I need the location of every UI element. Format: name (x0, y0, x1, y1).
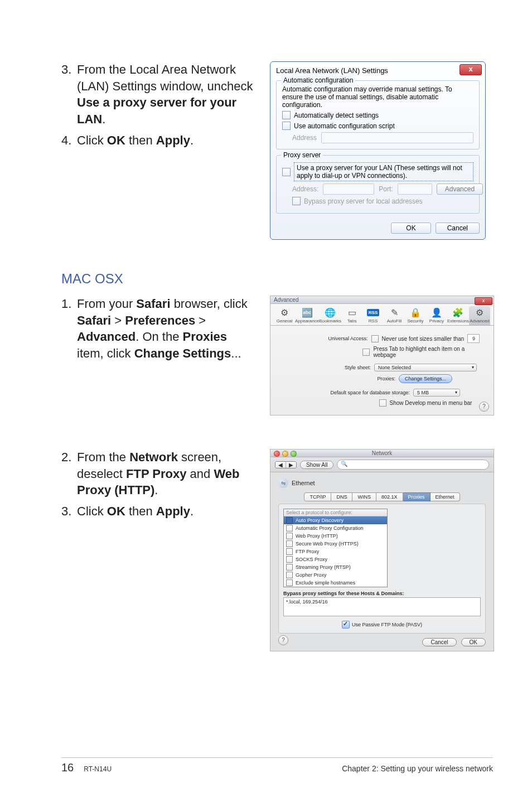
network-dialog: Network ◀▶ Show All ⇋ Ethernet TCP/IPDNS… (270, 449, 494, 651)
protocol-checkbox[interactable] (286, 556, 293, 563)
instruction-step: Click OK then Apply. (61, 132, 257, 149)
protocol-item[interactable]: Secure Web Proxy (HTTPS) (284, 540, 387, 548)
ethernet-icon: ⇋ (278, 478, 288, 488)
toolbar-tab-autofill[interactable]: ✎AutoFill (384, 306, 405, 325)
page-footer: 16 RT-N14U Chapter 2: Setting up your wi… (61, 757, 493, 774)
help-icon[interactable]: ? (479, 402, 489, 412)
protocol-checkbox[interactable] (286, 525, 293, 532)
press-tab-checkbox[interactable] (362, 349, 370, 356)
protocol-item[interactable]: Web Proxy (HTTP) (284, 532, 387, 540)
net-tab-wins[interactable]: WINS (352, 492, 376, 501)
bypass-checkbox[interactable] (292, 197, 301, 205)
address-label: Address (292, 134, 317, 142)
toolbar-tab-tabs[interactable]: ▭Tabs (341, 306, 362, 325)
safari-title: Advanced (274, 297, 298, 303)
auto-script-checkbox[interactable] (282, 122, 291, 130)
font-size-checkbox[interactable] (371, 335, 379, 342)
bypass-hosts-label: Bypass proxy settings for these Hosts & … (283, 591, 481, 596)
toolbar-tab-security[interactable]: 🔒Security (405, 306, 426, 325)
style-sheet-label: Style sheet: (287, 365, 371, 370)
font-size-value[interactable]: 9 (467, 334, 480, 343)
instruction-step: From the Local Area Network (LAN) Settin… (61, 61, 257, 128)
protocol-checkbox[interactable] (286, 533, 293, 539)
search-input[interactable] (337, 460, 489, 470)
proxy-address-label: Address: (292, 185, 318, 193)
use-proxy-label: Use a proxy server for your LAN (These s… (294, 162, 473, 181)
toolbar-tab-rss[interactable]: RSSRSS (362, 306, 384, 325)
instruction-step: From the Network screen, deselect FTP Pr… (61, 449, 257, 499)
section-network: From the Network screen, deselect FTP Pr… (61, 449, 493, 651)
auto-config-note: Automatic configuration may override man… (282, 85, 473, 109)
toolbar-tab-general[interactable]: ⚙General (274, 306, 295, 325)
ok-button[interactable]: OK (461, 638, 486, 646)
protocol-item[interactable]: Gopher Proxy (284, 571, 387, 579)
toolbar-tab-appearance[interactable]: 🔤Appearance (295, 306, 319, 325)
instruction-step: From your Safari browser, click Safari >… (61, 296, 257, 362)
chapter-title: Chapter 2: Setting up your wireless netw… (342, 764, 493, 773)
address-input[interactable] (321, 132, 473, 143)
model-name: RT-N14U (84, 765, 112, 773)
auto-detect-checkbox[interactable] (282, 111, 291, 119)
db-storage-select[interactable]: 5 MB (413, 389, 460, 397)
passive-ftp-label: Use Passive FTP Mode (PASV) (352, 622, 422, 627)
advanced-button[interactable]: Advanced (437, 183, 483, 195)
network-title: Network (372, 450, 393, 456)
exclude-label: Exclude simple hostnames (296, 580, 355, 586)
passive-ftp-checkbox[interactable] (342, 621, 350, 629)
net-tab-ethernet[interactable]: Ethernet (431, 492, 460, 501)
protocol-item[interactable]: Auto Proxy Discovery (284, 516, 387, 524)
instruction-step: Click OK then Apply. (61, 503, 257, 520)
universal-access-label: Universal Access: (284, 336, 368, 341)
proxy-port-input[interactable] (398, 183, 432, 195)
extensions-icon: 🧩 (451, 306, 465, 318)
ok-button[interactable]: OK (391, 223, 431, 234)
change-settings-button[interactable]: Change Settings... (399, 374, 452, 383)
toolbar-tab-extensions[interactable]: 🧩Extensions (447, 306, 469, 325)
press-tab-text: Press Tab to highlight each item on a we… (373, 346, 487, 358)
auto-config-legend: Automatic configuration (281, 76, 355, 84)
toolbar-tab-bookmarks[interactable]: 🌐Bookmarks (319, 306, 341, 325)
section-lan: From the Local Area Network (LAN) Settin… (61, 61, 493, 240)
net-tab-proxies[interactable]: Proxies (403, 492, 431, 501)
close-icon[interactable]: x (475, 297, 492, 305)
cancel-button[interactable]: Cancel (422, 638, 456, 646)
bypass-hosts-input[interactable]: *.local, 169.254/16 (283, 597, 481, 616)
lan-settings-dialog: Local Area Network (LAN) Settings x Auto… (270, 61, 486, 240)
protocol-checkbox[interactable] (286, 564, 293, 571)
protocol-checkbox[interactable] (286, 517, 293, 524)
show-all-button[interactable]: Show All (300, 461, 333, 469)
net-tab-tcpip[interactable]: TCP/IP (304, 492, 331, 501)
db-storage-label: Default space for database storage: (304, 390, 410, 395)
exclude-checkbox[interactable] (286, 579, 293, 586)
protocol-item[interactable]: FTP Proxy (284, 548, 387, 555)
protocol-item[interactable]: Streaming Proxy (RTSP) (284, 563, 387, 571)
protocol-item[interactable]: SOCKS Proxy (284, 555, 387, 563)
protocol-checkbox[interactable] (286, 540, 293, 547)
security-icon: 🔒 (409, 306, 422, 318)
proxy-port-label: Port: (379, 185, 393, 193)
protocol-checkbox[interactable] (286, 572, 293, 578)
advanced-icon: ⚙ (473, 306, 486, 318)
develop-menu-checkbox[interactable] (379, 399, 386, 407)
nav-buttons[interactable]: ◀▶ (275, 461, 297, 468)
mac-osx-heading: MAC OSX (61, 271, 493, 287)
tabs-icon: ▭ (345, 306, 359, 318)
protocol-list: Select a protocol to configure: Auto Pro… (283, 509, 388, 587)
window-controls[interactable] (274, 451, 297, 457)
style-sheet-select[interactable]: None Selected (374, 364, 477, 371)
privacy-icon: 👤 (430, 306, 443, 318)
toolbar-tab-advanced[interactable]: ⚙Advanced (469, 306, 490, 325)
close-icon[interactable]: x (460, 64, 482, 75)
use-proxy-checkbox[interactable] (282, 168, 291, 176)
cancel-button[interactable]: Cancel (436, 223, 480, 234)
protocol-checkbox[interactable] (286, 548, 293, 555)
auto-script-label: Use automatic configuration script (294, 122, 395, 130)
protocol-item[interactable]: Automatic Proxy Configuration (284, 524, 387, 532)
ethernet-label: Ethernet (292, 480, 315, 486)
toolbar-tab-privacy[interactable]: 👤Privacy (426, 306, 447, 325)
proxy-address-input[interactable] (323, 183, 374, 195)
net-tab-8021x[interactable]: 802.1X (376, 492, 403, 501)
help-icon[interactable]: ? (278, 635, 288, 645)
proxies-label: Proxies: (312, 376, 395, 381)
net-tab-dns[interactable]: DNS (331, 492, 352, 501)
